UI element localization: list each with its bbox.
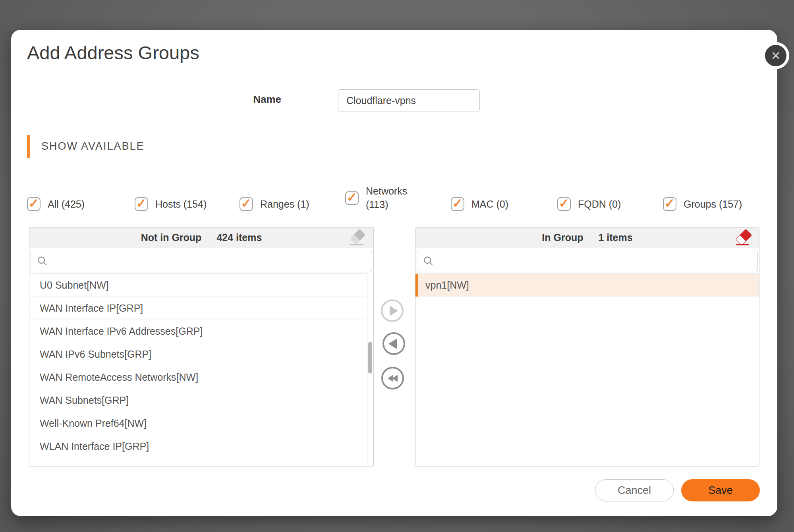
filter-label: Groups (157)	[684, 199, 742, 210]
filter-label: Hosts (154)	[155, 199, 207, 210]
check-icon: ✓	[559, 197, 570, 210]
checkbox-networks[interactable]: ✓	[345, 191, 359, 205]
dialog-title: Add Address Groups	[27, 42, 199, 64]
list-item[interactable]: Well-Known Pref64[NW]	[29, 412, 367, 435]
checkbox-all[interactable]: ✓	[27, 197, 41, 211]
modal-backdrop: Add Address Groups ✕ Name SHOW AVAILABLE…	[0, 0, 794, 532]
scrollbar-thumb[interactable]	[368, 342, 372, 374]
filter-hosts[interactable]: ✓ Hosts (154)	[135, 197, 207, 211]
eraser-icon	[735, 229, 752, 245]
filter-label: Networks (113)	[366, 185, 414, 212]
name-input[interactable]	[338, 89, 480, 112]
panel-count: 1 items	[598, 232, 632, 243]
list-item[interactable]: WAN Interface IPv6 Addresses[GRP]	[29, 320, 367, 343]
check-icon: ✓	[241, 197, 252, 210]
arrow-left-icon	[388, 339, 397, 349]
in-group-panel: In Group 1 items vpn1[NW]	[415, 227, 759, 466]
in-group-search-row	[417, 250, 758, 272]
list-item[interactable]: WAN IPv6 Subnets[GRP]	[29, 343, 367, 366]
check-icon: ✓	[665, 197, 675, 210]
close-icon: ✕	[771, 49, 780, 63]
list-item[interactable]: WLAN Interface IP[GRP]	[29, 435, 367, 458]
filter-label: Ranges (1)	[260, 199, 309, 210]
not-in-group-panel: Not in Group 424 items U0 Subnet[NW] WAN…	[29, 227, 374, 466]
clear-group-button[interactable]	[735, 229, 752, 246]
move-right-button[interactable]	[381, 299, 404, 322]
check-icon: ✓	[29, 197, 39, 210]
section-accent-bar	[27, 135, 30, 158]
list-item[interactable]: WAN Subnets[GRP]	[29, 389, 367, 412]
filter-all[interactable]: ✓ All (425)	[27, 197, 85, 211]
close-button[interactable]: ✕	[762, 42, 789, 69]
filter-label: FQDN (0)	[578, 199, 621, 210]
checkbox-ranges[interactable]: ✓	[240, 197, 253, 211]
name-label: Name	[234, 93, 281, 106]
check-icon: ✓	[347, 191, 357, 204]
list-item[interactable]: U0 Subnet[NW]	[29, 274, 367, 297]
cancel-button[interactable]: Cancel	[595, 479, 674, 501]
not-in-group-list: U0 Subnet[NW] WAN Interface IP[GRP] WAN …	[29, 274, 367, 458]
check-icon: ✓	[452, 197, 463, 210]
checkbox-mac[interactable]: ✓	[451, 197, 464, 211]
eraser-icon	[350, 229, 366, 245]
clear-selection-button[interactable]	[350, 229, 366, 246]
filter-label: MAC (0)	[471, 199, 508, 210]
checkbox-groups[interactable]: ✓	[663, 197, 676, 211]
section-title: SHOW AVAILABLE	[41, 140, 145, 152]
arrow-right-icon	[390, 306, 398, 316]
list-item-selected[interactable]: vpn1[NW]	[415, 274, 759, 297]
panel-count: 424 items	[216, 232, 262, 243]
move-left-button[interactable]	[383, 332, 405, 355]
check-icon: ✓	[136, 197, 147, 210]
not-in-group-search-row	[31, 250, 372, 272]
panel-title: In Group	[542, 232, 583, 243]
list-item[interactable]: WAN Interface IP[GRP]	[29, 297, 367, 320]
not-in-group-header: Not in Group 424 items	[29, 227, 373, 248]
list-item[interactable]: WAN RemoteAccess Networks[NW]	[29, 366, 367, 389]
in-group-header: In Group 1 items	[415, 227, 759, 248]
filter-networks[interactable]: ✓ Networks (113)	[345, 185, 414, 212]
in-group-list: vpn1[NW]	[415, 274, 759, 297]
filter-groups[interactable]: ✓ Groups (157)	[663, 197, 742, 211]
not-in-group-search-input[interactable]	[31, 250, 372, 272]
checkbox-hosts[interactable]: ✓	[135, 197, 148, 211]
double-arrow-left-icon	[388, 375, 396, 382]
in-group-search-input[interactable]	[417, 250, 758, 272]
checkbox-fqdn[interactable]: ✓	[557, 197, 571, 211]
filter-mac[interactable]: ✓ MAC (0)	[451, 197, 508, 211]
filter-ranges[interactable]: ✓ Ranges (1)	[240, 197, 309, 211]
panel-title: Not in Group	[141, 232, 202, 243]
filter-fqdn[interactable]: ✓ FQDN (0)	[557, 197, 621, 211]
add-address-groups-dialog: Add Address Groups ✕ Name SHOW AVAILABLE…	[11, 30, 777, 516]
scrollbar-track[interactable]	[367, 274, 373, 466]
save-button[interactable]: Save	[681, 479, 760, 501]
filter-label: All (425)	[48, 199, 85, 210]
move-all-left-button[interactable]	[381, 367, 404, 389]
